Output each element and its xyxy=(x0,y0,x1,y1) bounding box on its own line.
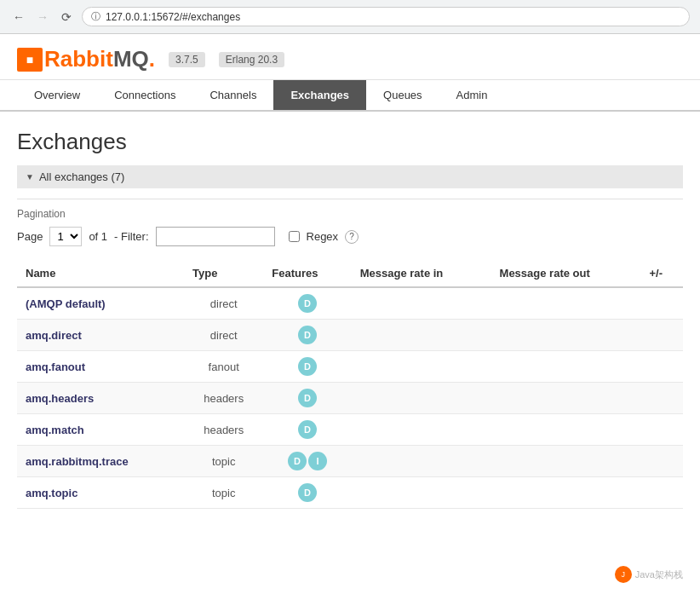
logo-text: RabbitMQ. xyxy=(44,46,155,72)
exchange-name[interactable]: amq.rabbitmq.trace xyxy=(17,446,184,477)
plus-minus-cell xyxy=(640,446,683,477)
help-icon[interactable]: ? xyxy=(345,230,359,244)
plus-minus-cell xyxy=(640,477,683,509)
table-row[interactable]: amq.matchheadersD xyxy=(17,414,683,446)
col-name: Name xyxy=(17,260,184,287)
erlang-badge: Erlang 20.3 xyxy=(219,52,284,67)
exchange-type: direct xyxy=(184,287,263,320)
exchange-name[interactable]: (AMQP default) xyxy=(17,287,184,320)
address-bar[interactable]: ⓘ 127.0.0.1:15672/#/exchanges xyxy=(82,7,690,26)
exchanges-table: Name Type Features Message rate in Messa… xyxy=(17,260,683,509)
pagination-label: Pagination xyxy=(17,199,683,220)
nav-tab-overview[interactable]: Overview xyxy=(17,80,97,110)
section-header[interactable]: ▼ All exchanges (7) xyxy=(17,165,683,188)
exchange-name[interactable]: amq.topic xyxy=(17,477,184,509)
rate-in xyxy=(352,477,491,509)
rate-in xyxy=(352,383,491,414)
main-content: Exchanges ▼ All exchanges (7) Pagination… xyxy=(0,112,700,526)
rate-in xyxy=(352,320,491,351)
page-label: Page xyxy=(17,230,43,243)
exchange-features: D xyxy=(263,383,351,414)
rate-in xyxy=(352,414,491,446)
section-label: All exchanges (7) xyxy=(39,170,124,183)
exchange-name[interactable]: amq.direct xyxy=(17,320,184,351)
col-plus-minus: +/- xyxy=(640,260,683,287)
exchange-name[interactable]: amq.fanout xyxy=(17,351,184,383)
exchange-type: topic xyxy=(184,477,263,509)
rate-in xyxy=(352,287,491,320)
rate-out xyxy=(491,383,641,414)
exchange-features: D xyxy=(263,477,351,509)
rate-out xyxy=(491,287,641,320)
plus-minus-cell xyxy=(640,287,683,320)
lock-icon: ⓘ xyxy=(91,10,100,23)
reload-button[interactable]: ⟳ xyxy=(58,9,75,26)
back-button[interactable]: ← xyxy=(10,9,27,26)
rate-out xyxy=(491,477,641,509)
regex-checkbox[interactable] xyxy=(289,231,300,242)
of-text: of 1 xyxy=(89,230,107,243)
table-row[interactable]: (AMQP default)directD xyxy=(17,287,683,320)
exchange-type: topic xyxy=(184,446,263,477)
rate-out xyxy=(491,351,641,383)
url-text: 127.0.0.1:15672/#/exchanges xyxy=(106,11,240,23)
plus-minus-cell xyxy=(640,351,683,383)
exchange-features: D xyxy=(263,414,351,446)
exchange-type: headers xyxy=(184,414,263,446)
exchange-features: D xyxy=(263,287,351,320)
table-row[interactable]: amq.directdirectD xyxy=(17,320,683,351)
table-row[interactable]: amq.rabbitmq.tracetopicDI xyxy=(17,446,683,477)
regex-label: Regex xyxy=(307,230,339,243)
col-type: Type xyxy=(184,260,263,287)
page-select[interactable]: 1 xyxy=(49,227,82,246)
pagination-row: Page 1 of 1 - Filter: Regex ? xyxy=(17,227,683,246)
app-header: ■ RabbitMQ. 3.7.5 Erlang 20.3 xyxy=(0,34,700,80)
col-features: Features xyxy=(263,260,351,287)
rate-out xyxy=(491,320,641,351)
table-header: Name Type Features Message rate in Messa… xyxy=(17,260,683,287)
nav-tab-channels[interactable]: Channels xyxy=(192,80,273,110)
exchange-features: D xyxy=(263,351,351,383)
forward-button[interactable]: → xyxy=(34,9,51,26)
exchange-features: D xyxy=(263,320,351,351)
nav-tab-queues[interactable]: Queues xyxy=(366,80,439,110)
table-row[interactable]: amq.topictopicD xyxy=(17,477,683,509)
col-rate-in: Message rate in xyxy=(352,260,491,287)
plus-minus-cell xyxy=(640,414,683,446)
exchange-features: DI xyxy=(263,446,351,477)
rate-out xyxy=(491,446,641,477)
exchange-type: headers xyxy=(184,383,263,414)
logo: ■ RabbitMQ. xyxy=(17,46,155,72)
exchange-type: fanout xyxy=(184,351,263,383)
filter-input[interactable] xyxy=(156,227,275,246)
collapse-icon: ▼ xyxy=(26,172,34,182)
exchange-type: direct xyxy=(184,320,263,351)
filter-label: - Filter: xyxy=(114,230,148,243)
version-badge: 3.7.5 xyxy=(169,52,205,67)
rate-in xyxy=(352,446,491,477)
plus-minus-cell xyxy=(640,320,683,351)
exchange-name[interactable]: amq.headers xyxy=(17,383,184,414)
plus-minus-cell xyxy=(640,383,683,414)
nav-tab-exchanges[interactable]: Exchanges xyxy=(273,80,366,110)
table-row[interactable]: amq.headersheadersD xyxy=(17,383,683,414)
browser-chrome: ← → ⟳ ⓘ 127.0.0.1:15672/#/exchanges xyxy=(0,0,700,34)
logo-icon: ■ xyxy=(17,48,43,72)
table-body: (AMQP default)directDamq.directdirectDam… xyxy=(17,287,683,509)
rate-out xyxy=(491,414,641,446)
nav-tab-connections[interactable]: Connections xyxy=(97,80,192,110)
col-rate-out: Message rate out xyxy=(491,260,641,287)
page-title: Exchanges xyxy=(17,129,683,155)
nav-tab-admin[interactable]: Admin xyxy=(439,80,505,110)
table-row[interactable]: amq.fanoutfanoutD xyxy=(17,351,683,383)
nav-tabs: OverviewConnectionsChannelsExchangesQueu… xyxy=(0,80,700,112)
rate-in xyxy=(352,351,491,383)
exchange-name[interactable]: amq.match xyxy=(17,414,184,446)
